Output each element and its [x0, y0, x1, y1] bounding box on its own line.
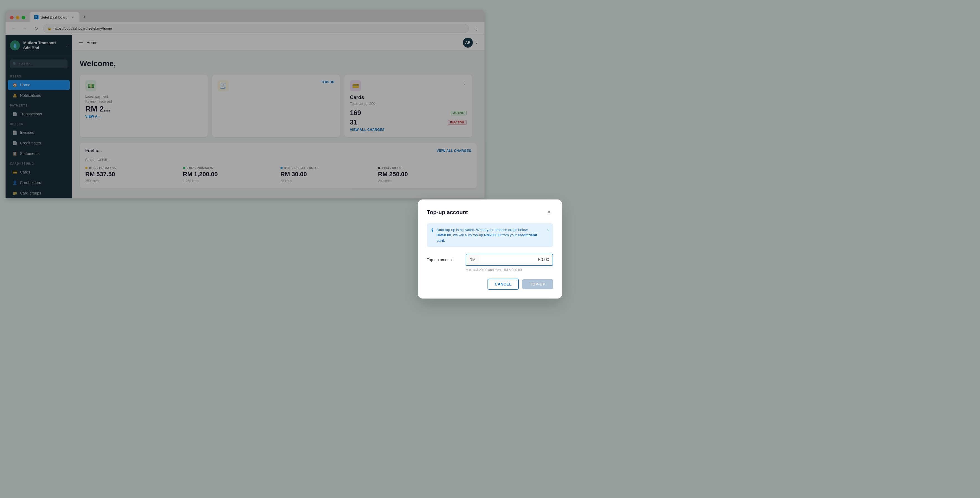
modal-overlay: Top-up account × ℹ Auto top-up is activa… — [0, 0, 490, 249]
topup-modal: Top-up account × ℹ Auto top-up is activa… — [418, 200, 490, 249]
alert-text: Auto top-up is activated. When your bala… — [437, 227, 490, 243]
modal-header: Top-up account × — [427, 208, 490, 217]
modal-title: Top-up account — [427, 209, 468, 216]
modal-alert: ℹ Auto top-up is activated. When your ba… — [427, 223, 490, 247]
alert-info-icon: ℹ — [431, 227, 433, 233]
